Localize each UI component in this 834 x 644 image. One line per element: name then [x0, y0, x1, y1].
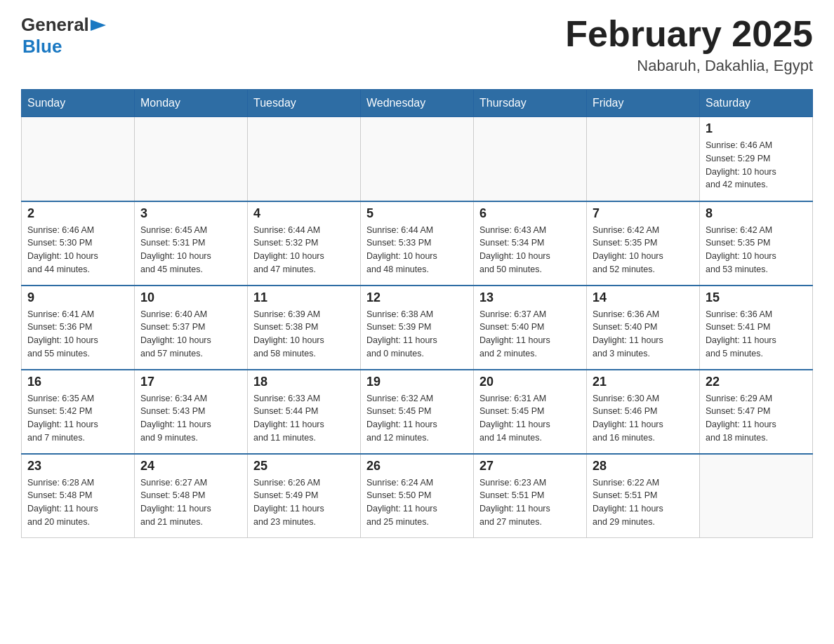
- day-info: Sunrise: 6:38 AM Sunset: 5:39 PM Dayligh…: [366, 308, 468, 361]
- day-info: Sunrise: 6:46 AM Sunset: 5:29 PM Dayligh…: [706, 139, 807, 192]
- day-info: Sunrise: 6:43 AM Sunset: 5:34 PM Dayligh…: [479, 224, 581, 276]
- table-row: 12Sunrise: 6:38 AM Sunset: 5:39 PM Dayli…: [361, 286, 474, 370]
- table-row: [474, 117, 587, 201]
- day-number: 8: [706, 206, 807, 221]
- day-info: Sunrise: 6:36 AM Sunset: 5:41 PM Dayligh…: [706, 308, 807, 361]
- day-info: Sunrise: 6:26 AM Sunset: 5:49 PM Dayligh…: [253, 476, 355, 529]
- table-row: 11Sunrise: 6:39 AM Sunset: 5:38 PM Dayli…: [248, 286, 361, 370]
- table-row: 14Sunrise: 6:36 AM Sunset: 5:40 PM Dayli…: [587, 286, 700, 370]
- table-row: 10Sunrise: 6:40 AM Sunset: 5:37 PM Dayli…: [135, 286, 248, 370]
- calendar-week-row: 1Sunrise: 6:46 AM Sunset: 5:29 PM Daylig…: [22, 117, 813, 201]
- day-number: 7: [593, 206, 694, 221]
- day-info: Sunrise: 6:41 AM Sunset: 5:36 PM Dayligh…: [27, 308, 128, 361]
- day-info: Sunrise: 6:29 AM Sunset: 5:47 PM Dayligh…: [706, 392, 807, 445]
- table-row: 20Sunrise: 6:31 AM Sunset: 5:45 PM Dayli…: [474, 370, 587, 454]
- table-row: 4Sunrise: 6:44 AM Sunset: 5:32 PM Daylig…: [248, 201, 361, 286]
- table-row: 26Sunrise: 6:24 AM Sunset: 5:50 PM Dayli…: [361, 454, 474, 538]
- calendar-week-row: 16Sunrise: 6:35 AM Sunset: 5:42 PM Dayli…: [22, 370, 813, 454]
- table-row: 16Sunrise: 6:35 AM Sunset: 5:42 PM Dayli…: [22, 370, 135, 454]
- calendar-table: Sunday Monday Tuesday Wednesday Thursday…: [21, 89, 813, 538]
- table-row: 15Sunrise: 6:36 AM Sunset: 5:41 PM Dayli…: [700, 286, 813, 370]
- table-row: 22Sunrise: 6:29 AM Sunset: 5:47 PM Dayli…: [700, 370, 813, 454]
- col-friday: Friday: [587, 90, 700, 117]
- col-thursday: Thursday: [474, 90, 587, 117]
- day-number: 25: [253, 459, 355, 474]
- table-row: [135, 117, 248, 201]
- day-info: Sunrise: 6:37 AM Sunset: 5:40 PM Dayligh…: [479, 308, 581, 361]
- calendar-header-row: Sunday Monday Tuesday Wednesday Thursday…: [22, 90, 813, 117]
- table-row: 27Sunrise: 6:23 AM Sunset: 5:51 PM Dayli…: [474, 454, 587, 538]
- table-row: [248, 117, 361, 201]
- table-row: 7Sunrise: 6:42 AM Sunset: 5:35 PM Daylig…: [587, 201, 700, 286]
- day-number: 15: [706, 290, 807, 305]
- table-row: 3Sunrise: 6:45 AM Sunset: 5:31 PM Daylig…: [135, 201, 248, 286]
- calendar-week-row: 23Sunrise: 6:28 AM Sunset: 5:48 PM Dayli…: [22, 454, 813, 538]
- table-row: 23Sunrise: 6:28 AM Sunset: 5:48 PM Dayli…: [22, 454, 135, 538]
- table-row: 28Sunrise: 6:22 AM Sunset: 5:51 PM Dayli…: [587, 454, 700, 538]
- table-row: 24Sunrise: 6:27 AM Sunset: 5:48 PM Dayli…: [135, 454, 248, 538]
- day-number: 2: [27, 206, 128, 221]
- table-row: 25Sunrise: 6:26 AM Sunset: 5:49 PM Dayli…: [248, 454, 361, 538]
- day-info: Sunrise: 6:27 AM Sunset: 5:48 PM Dayligh…: [140, 476, 241, 529]
- day-number: 17: [140, 375, 241, 389]
- table-row: 19Sunrise: 6:32 AM Sunset: 5:45 PM Dayli…: [361, 370, 474, 454]
- day-info: Sunrise: 6:45 AM Sunset: 5:31 PM Dayligh…: [140, 224, 241, 276]
- logo-blue-text: Blue: [22, 36, 62, 57]
- logo-general-text: General: [21, 14, 89, 36]
- day-number: 6: [479, 206, 581, 221]
- logo-arrow-icon: [91, 20, 106, 31]
- page-header: General Blue February 2025 Nabaruh, Daka…: [21, 14, 813, 75]
- day-number: 23: [27, 459, 128, 474]
- day-number: 28: [593, 459, 694, 474]
- day-info: Sunrise: 6:28 AM Sunset: 5:48 PM Dayligh…: [27, 476, 128, 529]
- day-info: Sunrise: 6:44 AM Sunset: 5:32 PM Dayligh…: [253, 224, 355, 276]
- day-info: Sunrise: 6:33 AM Sunset: 5:44 PM Dayligh…: [253, 392, 355, 445]
- col-saturday: Saturday: [700, 90, 813, 117]
- day-number: 22: [706, 375, 807, 389]
- day-number: 14: [593, 290, 694, 305]
- table-row: 6Sunrise: 6:43 AM Sunset: 5:34 PM Daylig…: [474, 201, 587, 286]
- calendar-week-row: 2Sunrise: 6:46 AM Sunset: 5:30 PM Daylig…: [22, 201, 813, 286]
- table-row: 5Sunrise: 6:44 AM Sunset: 5:33 PM Daylig…: [361, 201, 474, 286]
- table-row: 18Sunrise: 6:33 AM Sunset: 5:44 PM Dayli…: [248, 370, 361, 454]
- calendar-title: February 2025: [565, 14, 813, 54]
- day-number: 3: [140, 206, 241, 221]
- day-info: Sunrise: 6:42 AM Sunset: 5:35 PM Dayligh…: [593, 224, 694, 276]
- day-number: 10: [140, 290, 241, 305]
- calendar-week-row: 9Sunrise: 6:41 AM Sunset: 5:36 PM Daylig…: [22, 286, 813, 370]
- table-row: 21Sunrise: 6:30 AM Sunset: 5:46 PM Dayli…: [587, 370, 700, 454]
- day-info: Sunrise: 6:35 AM Sunset: 5:42 PM Dayligh…: [27, 392, 128, 445]
- day-number: 9: [27, 290, 128, 305]
- day-info: Sunrise: 6:40 AM Sunset: 5:37 PM Dayligh…: [140, 308, 241, 361]
- table-row: 8Sunrise: 6:42 AM Sunset: 5:35 PM Daylig…: [700, 201, 813, 286]
- table-row: [587, 117, 700, 201]
- col-sunday: Sunday: [22, 90, 135, 117]
- day-number: 19: [366, 375, 468, 389]
- day-number: 18: [253, 375, 355, 389]
- day-number: 11: [253, 290, 355, 305]
- day-number: 4: [253, 206, 355, 221]
- col-wednesday: Wednesday: [361, 90, 474, 117]
- day-number: 24: [140, 459, 241, 474]
- table-row: [361, 117, 474, 201]
- day-info: Sunrise: 6:46 AM Sunset: 5:30 PM Dayligh…: [27, 224, 128, 276]
- col-monday: Monday: [135, 90, 248, 117]
- day-number: 27: [479, 459, 581, 474]
- day-info: Sunrise: 6:23 AM Sunset: 5:51 PM Dayligh…: [479, 476, 581, 529]
- day-number: 16: [27, 375, 128, 389]
- day-info: Sunrise: 6:39 AM Sunset: 5:38 PM Dayligh…: [253, 308, 355, 361]
- day-info: Sunrise: 6:24 AM Sunset: 5:50 PM Dayligh…: [366, 476, 468, 529]
- day-info: Sunrise: 6:42 AM Sunset: 5:35 PM Dayligh…: [706, 224, 807, 276]
- col-tuesday: Tuesday: [248, 90, 361, 117]
- day-info: Sunrise: 6:32 AM Sunset: 5:45 PM Dayligh…: [366, 392, 468, 445]
- day-number: 1: [706, 121, 807, 136]
- calendar-title-block: February 2025 Nabaruh, Dakahlia, Egypt: [565, 14, 813, 75]
- day-info: Sunrise: 6:31 AM Sunset: 5:45 PM Dayligh…: [479, 392, 581, 445]
- table-row: [22, 117, 135, 201]
- day-info: Sunrise: 6:22 AM Sunset: 5:51 PM Dayligh…: [593, 476, 694, 529]
- table-row: 17Sunrise: 6:34 AM Sunset: 5:43 PM Dayli…: [135, 370, 248, 454]
- logo: General Blue: [21, 14, 106, 58]
- day-number: 5: [366, 206, 468, 221]
- table-row: 2Sunrise: 6:46 AM Sunset: 5:30 PM Daylig…: [22, 201, 135, 286]
- table-row: 9Sunrise: 6:41 AM Sunset: 5:36 PM Daylig…: [22, 286, 135, 370]
